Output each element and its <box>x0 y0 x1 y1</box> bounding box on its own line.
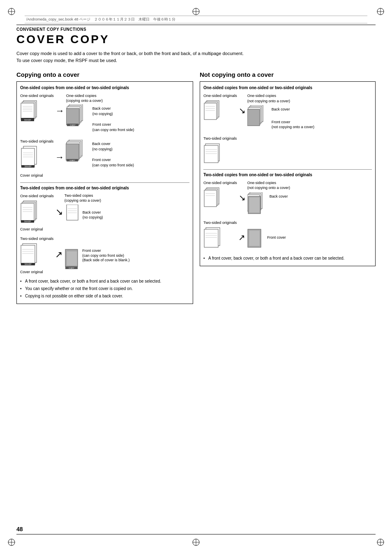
svg-rect-33 <box>66 108 79 125</box>
left-row2-output-stack: SHARP <box>66 140 90 170</box>
left-row1-input-label: One-sided originals <box>20 93 54 98</box>
left-row4-front-cover-label: Front cover(can copy onto front side)(Ba… <box>82 249 129 263</box>
right-row2-input-docs <box>203 143 372 165</box>
right-bullet-list: A front cover, back cover, or both a fro… <box>203 255 372 261</box>
svg-rect-64 <box>21 245 35 264</box>
left-row3-output-col: Two-sided copies(copying onto a cover) B… <box>65 193 103 225</box>
right-row3-input-label: One-sided originals <box>203 180 237 185</box>
left-row2-input-label: Two-sided originals <box>20 139 53 144</box>
svg-rect-100 <box>249 197 260 213</box>
left-row4-arrow: ↗ <box>55 236 62 261</box>
left-row3-input-label: One-sided originals <box>20 193 54 198</box>
right-column: Not copying onto a cover One-sided copie… <box>200 71 376 266</box>
right-row1-output-label: One-sided copies(not copying onto a cove… <box>247 93 314 104</box>
right-row3-input-docs <box>203 187 237 211</box>
left-bullet-3: Copying is not possible on either side o… <box>20 293 189 299</box>
right-row3-back-cover: Back cover <box>270 194 288 199</box>
left-row1-output-col: One-sided copies(copying onto a cover) <box>66 93 134 135</box>
svg-rect-53 <box>21 203 34 221</box>
svg-rect-107 <box>249 230 260 246</box>
intro-line1: Cover copy mode is used to add a cover t… <box>16 51 244 56</box>
header-bar: CONVENIENT COPY FUNCTIONS <box>16 25 376 32</box>
svg-rect-76 <box>204 103 217 120</box>
right-row1-input-docs <box>203 100 237 125</box>
left-row1-back-cover-label: Back cover(no copying) <box>92 106 134 116</box>
left-row3-input-docs: SHARP <box>20 200 43 227</box>
left-row2-back-cover-label: Back cover(no copying) <box>92 141 134 152</box>
left-row1-output-stack: SHARP <box>66 104 91 135</box>
right-row3-input-col: One-sided originals <box>203 180 237 211</box>
right-bullet-1: A front cover, back cover, or both a fro… <box>203 255 372 261</box>
right-row1-input-col: One-sided originals <box>203 93 237 125</box>
svg-rect-37 <box>21 148 35 166</box>
left-row1-arrow: → <box>55 93 65 117</box>
right-row1-front-cover: Front cover(not copying onto a cover) <box>272 120 314 130</box>
section-label: CONVENIENT COPY FUNCTIONS <box>16 27 86 32</box>
right-row2: Two-sided originals <box>203 136 372 165</box>
two-column-layout: Copying onto a cover One-sided copies fr… <box>16 71 376 304</box>
right-bordered-box: One-sided copies from one-sided or two-s… <box>200 81 376 266</box>
left-row2-input-col: Two-sided originals SHARP <box>20 139 53 178</box>
right-row1-input-label: One-sided originals <box>203 93 237 98</box>
left-row3-output-docs: Back cover(no copying) <box>65 205 103 225</box>
svg-rect-48 <box>66 144 79 160</box>
left-row3-cover-label: Cover original <box>20 227 54 232</box>
svg-rect-87 <box>204 145 218 163</box>
right-row4-output-docs: Front cover <box>247 228 286 251</box>
svg-rect-93 <box>204 190 217 207</box>
page-title: COVER COPY <box>16 33 376 46</box>
left-row1-input-docs: SHARP <box>20 100 43 124</box>
svg-text:SHARP: SHARP <box>24 119 31 121</box>
right-row4-arrow: ↗ <box>238 220 245 243</box>
svg-text:SHARP: SHARP <box>70 124 76 126</box>
reg-mark-tr <box>376 7 385 17</box>
left-row2-front-cover-label: Front cover(can copy onto front side) <box>92 157 134 168</box>
left-row3-output-header: Two-sided copies(copying onto a cover) <box>65 193 103 203</box>
left-row4-input-label: Two-sided originals <box>20 236 53 241</box>
intro-paragraph: Cover copy mode is used to add a cover t… <box>16 50 376 64</box>
reg-mark-tl <box>7 7 16 17</box>
right-header2: Two-sided copies from one-sided or two-s… <box>203 169 372 178</box>
right-row3-arrow: ↘ <box>239 180 246 203</box>
bottom-rule <box>16 534 376 534</box>
left-row3-input-col: One-sided originals SHARP <box>20 193 54 232</box>
left-row2-output-col: SHARP Back cover(no copying) Front cover… <box>66 139 134 170</box>
reg-mark-bm <box>192 538 200 548</box>
right-row1: One-sided originals <box>203 93 372 132</box>
right-row1-covers-labels: Back cover Front cover(not copying onto … <box>272 105 314 132</box>
left-bordered-box: One-sided copies from one-sided or two-s… <box>16 81 193 304</box>
file-info-bar: /Andromeda_copy_sec.book 48 ページ ２００６年１１月… <box>25 16 367 23</box>
svg-rect-59 <box>67 205 78 220</box>
right-row3-covers-labels: Back cover <box>270 192 288 217</box>
left-row2-input-docs: SHARP <box>20 145 43 172</box>
svg-text:SHARP: SHARP <box>69 267 74 269</box>
svg-text:SHARP: SHARP <box>24 220 31 223</box>
left-row1-input-col: One-sided originals <box>20 93 54 124</box>
right-row1-output-docs: Back cover Front cover(not copying onto … <box>247 105 314 132</box>
main-content: COVER COPY Cover copy mode is used to ad… <box>16 33 376 304</box>
left-bullet-2: You can specify whether or not the front… <box>20 286 189 292</box>
left-row3: One-sided originals SHARP <box>20 193 189 232</box>
left-row2-output-docs: SHARP Back cover(no copying) Front cover… <box>66 140 134 170</box>
right-row1-arrow: ↘ <box>239 93 246 116</box>
left-row4-output-docs: SHARP Front cover(can copy onto front si… <box>64 249 129 271</box>
left-row4-input-docs: SHARP <box>20 243 43 269</box>
left-row2: Two-sided originals SHARP <box>20 139 189 178</box>
right-row4: Two-sided originals ↗ <box>203 220 372 251</box>
right-row1-back-cover: Back cover <box>272 107 314 112</box>
left-row2-arrow: → <box>55 139 64 164</box>
left-row1-output-docs: SHARP Back cover(no copying) Front cover… <box>66 104 134 135</box>
reg-mark-bl <box>7 538 16 548</box>
svg-rect-102 <box>204 229 218 247</box>
left-header2: Two-sided copies from one-sided or two-s… <box>20 182 189 191</box>
right-row4-output-col: Front cover <box>247 220 286 251</box>
right-row3-output-docs: Back cover <box>247 192 290 217</box>
svg-text:SHARP: SHARP <box>24 165 32 168</box>
svg-rect-71 <box>67 251 77 266</box>
left-section-title: Copying onto a cover <box>16 71 193 78</box>
left-row2-covers-labels: Back cover(no copying) Front cover(can c… <box>92 140 134 168</box>
left-header1: One-sided copies from one-sided or two-s… <box>20 85 189 91</box>
left-row4-input-col: Two-sided originals SHARP <box>20 236 53 275</box>
left-row3-back-cover-label: Back cover(no copying) <box>83 210 103 220</box>
left-row4-output-col: SHARP Front cover(can copy onto front si… <box>64 236 129 271</box>
